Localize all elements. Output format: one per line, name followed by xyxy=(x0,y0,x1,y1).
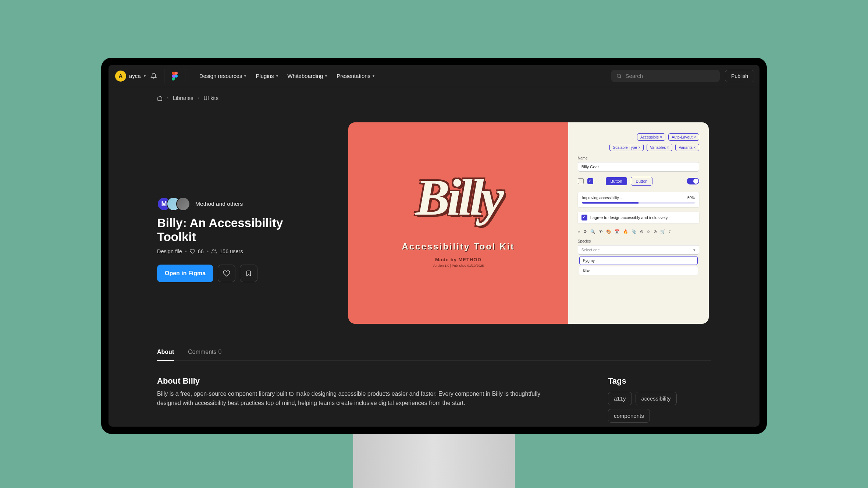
checkbox-agree xyxy=(581,215,587,220)
breadcrumb-separator: › xyxy=(198,96,199,101)
search-input-container[interactable] xyxy=(611,70,720,82)
resource-title: Billy: An Accessibility Toolkit xyxy=(157,216,319,244)
eye-icon: 👁 xyxy=(599,229,603,234)
bookmark-icon xyxy=(245,270,252,277)
open-in-figma-button[interactable]: Open in Figma xyxy=(157,265,213,282)
species-select: Select one ▾ xyxy=(578,245,699,255)
chevron-down-icon: ▾ xyxy=(244,74,246,78)
progress-bar xyxy=(582,202,695,204)
name-label: Name xyxy=(578,156,699,160)
agree-text: I agree to design accessibly and inclusi… xyxy=(590,215,669,220)
nav-plugins[interactable]: Plugins▾ xyxy=(256,73,278,79)
avatar xyxy=(176,197,190,211)
nav-whiteboarding[interactable]: Whiteboarding▾ xyxy=(288,73,327,79)
tags-heading: Tags xyxy=(608,376,711,386)
chip-accessible: Accessible × xyxy=(637,133,665,141)
breadcrumb-separator: › xyxy=(167,96,168,101)
tab-about[interactable]: About xyxy=(157,344,174,360)
home-icon[interactable] xyxy=(157,96,163,101)
chevron-down-icon: ▾ xyxy=(276,74,278,78)
heart-icon xyxy=(223,270,230,277)
notifications-button[interactable] xyxy=(147,69,160,83)
star-icon: ☆ xyxy=(647,229,650,234)
tab-comments[interactable]: Comments0 xyxy=(188,344,221,360)
billy-logo: Billy xyxy=(416,172,501,223)
button-primary: Button xyxy=(606,177,627,185)
search-icon xyxy=(616,73,622,79)
figma-home[interactable] xyxy=(168,69,181,83)
button-secondary: Button xyxy=(631,177,653,186)
toggle-on xyxy=(687,178,699,184)
attachment-icon: 📎 xyxy=(632,229,637,234)
nav-presentations[interactable]: Presentations▾ xyxy=(337,73,374,79)
search-icon: 🔍 xyxy=(590,229,595,234)
bell-icon xyxy=(150,73,157,79)
progress-label: Improving accessibility... xyxy=(582,196,622,200)
shield-icon: ⊘ xyxy=(654,229,657,234)
checkbox-unchecked xyxy=(578,178,584,184)
resource-meta: Design file • 66 • 156 users xyxy=(157,248,319,254)
chevron-down-icon: ▾ xyxy=(693,248,696,252)
tag-components[interactable]: components xyxy=(608,409,650,423)
about-heading: About Billy xyxy=(157,376,564,386)
share-icon: ⤴ xyxy=(669,229,671,234)
chevron-down-icon: ▾ xyxy=(373,74,374,78)
cart-icon: 🛒 xyxy=(660,229,665,234)
checkbox-checked xyxy=(587,178,593,184)
publish-button[interactable]: Publish xyxy=(725,70,754,82)
author-avatars[interactable]: M xyxy=(157,197,190,211)
users-icon xyxy=(211,249,217,254)
chip-auto-layout: Auto-Layout × xyxy=(668,133,699,141)
comments-count: 0 xyxy=(218,349,222,355)
chip-variants: Variants × xyxy=(675,144,699,151)
cover-image[interactable]: Billy Accessibility Tool Kit Made by MET… xyxy=(348,122,709,324)
search-input[interactable] xyxy=(626,73,715,79)
svg-point-0 xyxy=(175,75,178,78)
breadcrumb-ui-kits[interactable]: UI kits xyxy=(204,95,218,101)
likes-count: 66 xyxy=(198,248,204,254)
username: ayca xyxy=(129,73,141,79)
chip-scalable-type: Scalable Type × xyxy=(609,144,644,151)
nav-design-resources[interactable]: Design resources▾ xyxy=(199,73,246,79)
select-option-kiko: Kiko xyxy=(579,266,698,275)
chevron-down-icon: ▾ xyxy=(144,74,146,78)
flame-icon: 🔥 xyxy=(623,229,628,234)
gear-icon: ⚙ xyxy=(583,229,587,234)
icons-strip: ⌂ ⚙ 🔍 👁 🎨 📅 🔥 📎 ⊙ ☆ ⊘ 🛒 ⤴ xyxy=(578,229,699,234)
svg-point-1 xyxy=(617,74,621,78)
species-label: Species xyxy=(578,239,699,243)
like-button[interactable] xyxy=(218,265,235,282)
figma-logo-icon xyxy=(172,72,178,80)
palette-icon: 🎨 xyxy=(606,229,611,234)
cover-made-by: Made by METHOD xyxy=(435,257,481,262)
author-names[interactable]: Method and others xyxy=(195,201,243,207)
cover-subtitle: Accessibility Tool Kit xyxy=(402,241,515,252)
avatar: A xyxy=(115,71,126,82)
file-type: Design file xyxy=(157,248,182,254)
top-bar: A ayca ▾ Design resources▾ Plu xyxy=(108,65,760,87)
chip-variables: Variables × xyxy=(647,144,672,151)
cover-version: Version 1.0 | Published 01/10/2025 xyxy=(433,264,484,268)
about-body: Billy is a free, open-source component l… xyxy=(157,390,564,408)
chevron-down-icon: ▾ xyxy=(325,74,327,78)
tag-a11y[interactable]: a11y xyxy=(608,392,632,405)
users-count: 156 users xyxy=(220,248,243,254)
breadcrumb-libraries[interactable]: Libraries xyxy=(173,95,193,101)
tag-accessibility[interactable]: accessibility xyxy=(636,392,677,405)
heart-icon xyxy=(190,249,195,254)
select-option-pygmy: Pygmy xyxy=(579,256,698,265)
svg-point-3 xyxy=(213,250,214,251)
calendar-icon: 📅 xyxy=(615,229,620,234)
progress-value: 50% xyxy=(687,196,695,200)
home-icon: ⌂ xyxy=(578,229,580,234)
svg-line-2 xyxy=(620,77,621,78)
bookmark-button[interactable] xyxy=(240,265,257,282)
user-menu[interactable]: A ayca ▾ xyxy=(114,69,147,83)
name-field: Billy Goat xyxy=(578,162,699,172)
play-icon: ⊙ xyxy=(640,229,643,234)
breadcrumb: › Libraries › UI kits xyxy=(157,87,711,101)
